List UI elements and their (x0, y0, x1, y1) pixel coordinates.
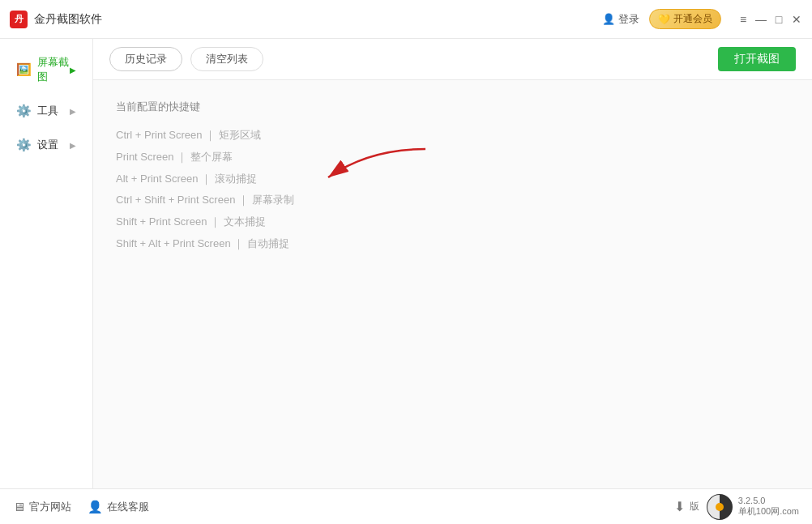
minimize-button[interactable]: — (755, 14, 767, 25)
chevron-right-icon-settings: ▶ (70, 141, 76, 150)
title-right: 👤 登录 💛 开通会员 ≡ — □ ✕ (602, 9, 802, 29)
shortcut-keys-2: Alt + Print Screen (116, 173, 199, 185)
main-layout: 🖼️ 屏幕截图 ▶ ⚙️ 工具 ▶ ⚙️ 设置 ▶ 历史记录 清空列表 (0, 39, 812, 488)
shortcut-item-3: Ctrl + Shift + Print Screen ｜ 屏幕录制 (116, 192, 789, 209)
support-label: 在线客服 (107, 500, 149, 514)
support-link[interactable]: 👤 在线客服 (88, 500, 149, 514)
toolbar-left: 历史记录 清空列表 (109, 47, 263, 71)
sidebar-item-screenshot[interactable]: 🖼️ 屏幕截图 ▶ (5, 47, 88, 92)
menu-button[interactable]: ≡ (737, 14, 749, 25)
shortcut-sep-4: ｜ (210, 215, 224, 228)
login-button[interactable]: 👤 登录 (602, 12, 639, 27)
sidebar-label-tools: 工具 (37, 104, 58, 118)
main-content: 当前配置的快捷键 Ctrl + Print Screen ｜ 矩形区域 Prin… (93, 80, 812, 488)
tools-icon: ⚙️ (16, 104, 31, 118)
screenshot-icon: 🖼️ (16, 62, 31, 77)
download-icon: ⬇ (674, 499, 685, 514)
settings-icon: ⚙️ (16, 138, 31, 152)
sidebar: 🖼️ 屏幕截图 ▶ ⚙️ 工具 ▶ ⚙️ 设置 ▶ (0, 39, 93, 488)
footer: 🖥 官方网站 👤 在线客服 ⬇ 版 3.2.5.0 (0, 488, 812, 524)
shortcut-sep-2: ｜ (201, 173, 215, 185)
app-title: 金丹截图软件 (34, 12, 102, 27)
shortcut-desc-1: 整个屏幕 (190, 151, 233, 163)
support-icon: 👤 (88, 500, 103, 514)
sidebar-label-settings: 设置 (37, 138, 58, 152)
footer-right: ⬇ 版 3.2.5.0 单机100网.com (674, 493, 799, 521)
shortcut-desc-5: 自动捕捉 (247, 237, 289, 249)
section-title: 当前配置的快捷键 (116, 100, 789, 114)
vip-icon: 💛 (658, 14, 670, 25)
svg-point-2 (716, 503, 724, 511)
open-screenshot-button[interactable]: 打开截图 (718, 47, 796, 71)
history-button[interactable]: 历史记录 (109, 47, 182, 71)
chevron-right-icon: ▶ (70, 66, 76, 75)
footer-left: 🖥 官方网站 👤 在线客服 (13, 500, 149, 514)
shortcut-item-5: Shift + Alt + Print Screen ｜ 自动捕捉 (116, 236, 789, 253)
toolbar: 历史记录 清空列表 打开截图 (93, 39, 812, 80)
website-icon: 🖥 (13, 500, 25, 513)
version-info: 3.2.5.0 单机100网.com (738, 496, 799, 518)
sidebar-item-tools[interactable]: ⚙️ 工具 ▶ (5, 96, 88, 126)
website-link[interactable]: 🖥 官方网站 (13, 500, 71, 514)
user-icon: 👤 (602, 13, 615, 25)
shortcut-sep-5: ｜ (233, 237, 247, 249)
shortcut-sep-1: ｜ (177, 151, 190, 163)
shortcut-item-0: Ctrl + Print Screen ｜ 矩形区域 (116, 127, 789, 144)
sidebar-label-screenshot: 屏幕截图 (37, 55, 70, 84)
clear-button[interactable]: 清空列表 (190, 47, 263, 71)
shortcut-desc-0: 矩形区域 (219, 129, 261, 141)
shortcut-item-2: Alt + Print Screen ｜ 滚动捕捉 (116, 171, 789, 188)
download-wrap: ⬇ 版 (674, 499, 699, 514)
title-bar: 丹 金丹截图软件 👤 登录 💛 开通会员 ≡ — □ ✕ (0, 0, 812, 39)
shortcut-item-1: Print Screen ｜ 整个屏幕 (116, 149, 789, 166)
version-text: 3.2.5.0 (738, 496, 799, 505)
shortcut-sep-0: ｜ (205, 129, 219, 141)
chevron-right-icon-tools: ▶ (70, 107, 76, 116)
version-prefix: 版 (690, 500, 699, 513)
shortcut-keys-5: Shift + Alt + Print Screen (116, 237, 231, 249)
title-left: 丹 金丹截图软件 (10, 11, 102, 28)
shortcut-item-4: Shift + Print Screen ｜ 文本捕捉 (116, 214, 789, 231)
shortcut-keys-1: Print Screen (116, 151, 174, 163)
shortcut-list: Ctrl + Print Screen ｜ 矩形区域 Print Screen … (116, 127, 789, 253)
website-label: 官方网站 (29, 500, 71, 514)
shortcut-desc-3: 屏幕录制 (252, 194, 294, 206)
shortcut-keys-0: Ctrl + Print Screen (116, 129, 203, 141)
shortcut-sep-3: ｜ (238, 194, 252, 206)
maximize-button[interactable]: □ (773, 14, 784, 25)
circle-logo (706, 493, 733, 521)
shortcut-desc-4: 文本捕捉 (224, 215, 266, 228)
shortcut-desc-2: 滚动捕捉 (215, 173, 257, 185)
app-icon: 丹 (10, 11, 28, 28)
brand-section: 3.2.5.0 单机100网.com (706, 493, 799, 521)
close-button[interactable]: ✕ (791, 14, 802, 25)
shortcut-keys-3: Ctrl + Shift + Print Screen (116, 194, 235, 206)
sidebar-item-settings[interactable]: ⚙️ 设置 ▶ (5, 130, 88, 160)
vip-button[interactable]: 💛 开通会员 (649, 9, 721, 29)
window-controls: ≡ — □ ✕ (737, 14, 802, 25)
content-area: 历史记录 清空列表 打开截图 当前配置的快捷键 Ctrl + Print Scr… (93, 39, 812, 488)
site-name: 单机100网.com (738, 505, 799, 518)
shortcut-keys-4: Shift + Print Screen (116, 215, 207, 228)
